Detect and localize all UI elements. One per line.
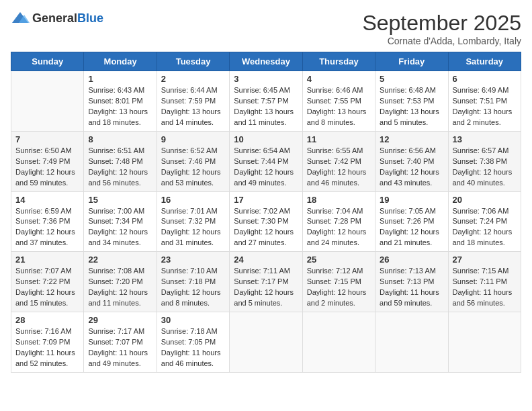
cell-line: and 8 minutes. xyxy=(307,118,371,128)
cell-content: Sunrise: 7:11 AMSunset: 7:17 PMDaylight:… xyxy=(234,266,298,309)
cell-content: Sunrise: 6:46 AMSunset: 7:55 PMDaylight:… xyxy=(307,85,371,128)
day-number: 30 xyxy=(161,315,225,325)
cell-content: Sunrise: 6:57 AMSunset: 7:38 PMDaylight:… xyxy=(453,146,517,189)
day-number: 19 xyxy=(380,195,443,205)
cell-content: Sunrise: 7:18 AMSunset: 7:05 PMDaylight:… xyxy=(161,326,225,369)
cell-line: Daylight: 13 hours xyxy=(453,107,517,118)
cell-line: Sunset: 7:36 PM xyxy=(15,216,79,227)
calendar-week-row: 14Sunrise: 6:59 AMSunset: 7:36 PMDayligh… xyxy=(11,191,521,252)
cell-line: and 14 minutes. xyxy=(161,118,225,128)
cell-content: Sunrise: 6:43 AMSunset: 8:01 PMDaylight:… xyxy=(88,85,152,128)
cell-line: Sunrise: 6:57 AM xyxy=(453,146,517,156)
cell-line: Daylight: 12 hours xyxy=(380,167,443,178)
calendar-cell: 18Sunrise: 7:04 AMSunset: 7:28 PMDayligh… xyxy=(302,191,375,252)
cell-line: Daylight: 12 hours xyxy=(380,227,443,238)
calendar-week-row: 7Sunrise: 6:50 AMSunset: 7:49 PMDaylight… xyxy=(11,131,521,191)
day-number: 25 xyxy=(307,255,371,265)
cell-line: Sunrise: 6:56 AM xyxy=(380,146,443,156)
day-number: 28 xyxy=(15,315,79,325)
column-header-friday: Friday xyxy=(375,52,448,71)
calendar-cell: 27Sunrise: 7:15 AMSunset: 7:11 PMDayligh… xyxy=(448,252,521,312)
cell-line: Daylight: 11 hours xyxy=(161,348,225,359)
calendar-cell xyxy=(230,312,302,373)
column-header-saturday: Saturday xyxy=(448,52,521,71)
cell-line: Sunrise: 6:43 AM xyxy=(88,85,152,96)
cell-line: Daylight: 11 hours xyxy=(453,287,517,298)
page-header: GeneralBlue September 2025 Cornate d'Add… xyxy=(11,11,521,46)
cell-content: Sunrise: 6:51 AMSunset: 7:48 PMDaylight:… xyxy=(88,146,152,189)
cell-line: Sunrise: 7:08 AM xyxy=(88,266,152,277)
day-number: 16 xyxy=(161,195,225,205)
cell-line: and 27 minutes. xyxy=(234,238,298,248)
cell-content: Sunrise: 7:10 AMSunset: 7:18 PMDaylight:… xyxy=(161,266,225,309)
calendar-cell: 25Sunrise: 7:12 AMSunset: 7:15 PMDayligh… xyxy=(302,252,375,312)
calendar-cell: 7Sunrise: 6:50 AMSunset: 7:49 PMDaylight… xyxy=(11,131,84,191)
cell-line: Sunrise: 7:05 AM xyxy=(380,206,443,217)
cell-line: Sunset: 7:09 PM xyxy=(15,337,79,348)
month-title: September 2025 xyxy=(362,11,521,36)
cell-line: Sunset: 7:07 PM xyxy=(88,337,152,348)
cell-line: Sunrise: 6:45 AM xyxy=(234,85,298,96)
cell-line: Sunset: 7:55 PM xyxy=(307,96,371,107)
column-header-monday: Monday xyxy=(84,52,157,71)
column-header-wednesday: Wednesday xyxy=(230,52,302,71)
cell-line: Daylight: 12 hours xyxy=(307,287,371,298)
cell-content: Sunrise: 7:04 AMSunset: 7:28 PMDaylight:… xyxy=(307,206,371,249)
cell-content: Sunrise: 7:13 AMSunset: 7:13 PMDaylight:… xyxy=(380,266,443,309)
cell-line: Sunset: 7:40 PM xyxy=(380,156,443,167)
day-number: 5 xyxy=(380,74,443,84)
cell-line: Sunset: 7:46 PM xyxy=(161,156,225,167)
cell-line: Daylight: 12 hours xyxy=(15,287,79,298)
day-number: 14 xyxy=(15,195,79,205)
day-number: 22 xyxy=(88,255,152,265)
calendar-cell: 30Sunrise: 7:18 AMSunset: 7:05 PMDayligh… xyxy=(157,312,229,373)
cell-content: Sunrise: 6:54 AMSunset: 7:44 PMDaylight:… xyxy=(234,146,298,189)
day-number: 20 xyxy=(453,195,517,205)
cell-content: Sunrise: 7:02 AMSunset: 7:30 PMDaylight:… xyxy=(234,206,298,249)
day-number: 24 xyxy=(234,255,298,265)
cell-line: Sunset: 7:42 PM xyxy=(307,156,371,167)
day-number: 23 xyxy=(161,255,225,265)
cell-line: Sunrise: 6:52 AM xyxy=(161,146,225,156)
cell-line: and 37 minutes. xyxy=(15,238,79,248)
cell-line: and 8 minutes. xyxy=(161,298,225,309)
cell-line: Sunset: 7:57 PM xyxy=(234,96,298,107)
cell-content: Sunrise: 7:17 AMSunset: 7:07 PMDaylight:… xyxy=(88,326,152,369)
cell-line: Sunset: 7:26 PM xyxy=(380,216,443,227)
calendar-cell: 21Sunrise: 7:07 AMSunset: 7:22 PMDayligh… xyxy=(11,252,84,312)
cell-line: Sunset: 7:13 PM xyxy=(380,277,443,287)
calendar-cell: 4Sunrise: 6:46 AMSunset: 7:55 PMDaylight… xyxy=(302,71,375,132)
cell-content: Sunrise: 7:12 AMSunset: 7:15 PMDaylight:… xyxy=(307,266,371,309)
location: Cornate d'Adda, Lombardy, Italy xyxy=(362,36,521,46)
cell-line: and 49 minutes. xyxy=(234,178,298,189)
calendar-cell: 22Sunrise: 7:08 AMSunset: 7:20 PMDayligh… xyxy=(84,252,157,312)
cell-line: Sunset: 7:15 PM xyxy=(307,277,371,287)
calendar-cell: 2Sunrise: 6:44 AMSunset: 7:59 PMDaylight… xyxy=(157,71,229,132)
cell-line: and 31 minutes. xyxy=(161,238,225,248)
cell-content: Sunrise: 6:48 AMSunset: 7:53 PMDaylight:… xyxy=(380,85,443,128)
day-number: 21 xyxy=(15,255,79,265)
cell-line: Daylight: 13 hours xyxy=(88,107,152,118)
cell-content: Sunrise: 7:01 AMSunset: 7:32 PMDaylight:… xyxy=(161,206,225,249)
column-header-tuesday: Tuesday xyxy=(157,52,229,71)
cell-content: Sunrise: 6:45 AMSunset: 7:57 PMDaylight:… xyxy=(234,85,298,128)
calendar-cell: 23Sunrise: 7:10 AMSunset: 7:18 PMDayligh… xyxy=(157,252,229,312)
calendar-cell: 17Sunrise: 7:02 AMSunset: 7:30 PMDayligh… xyxy=(230,191,302,252)
calendar-cell xyxy=(302,312,375,373)
cell-line: Daylight: 12 hours xyxy=(234,227,298,238)
cell-line: Sunrise: 6:44 AM xyxy=(161,85,225,96)
calendar-cell xyxy=(448,312,521,373)
day-number: 12 xyxy=(380,134,443,144)
cell-line: and 56 minutes. xyxy=(453,298,517,309)
cell-line: and 11 minutes. xyxy=(88,298,152,309)
cell-content: Sunrise: 7:05 AMSunset: 7:26 PMDaylight:… xyxy=(380,206,443,249)
cell-content: Sunrise: 7:06 AMSunset: 7:24 PMDaylight:… xyxy=(453,206,517,249)
cell-line: Sunrise: 7:06 AM xyxy=(453,206,517,217)
logo-text-general: General xyxy=(32,11,77,25)
cell-line: Sunset: 7:30 PM xyxy=(234,216,298,227)
day-number: 7 xyxy=(15,134,79,144)
cell-line: Sunset: 7:20 PM xyxy=(88,277,152,287)
cell-line: Daylight: 12 hours xyxy=(453,227,517,238)
cell-line: Daylight: 12 hours xyxy=(307,227,371,238)
cell-line: and 53 minutes. xyxy=(161,178,225,189)
